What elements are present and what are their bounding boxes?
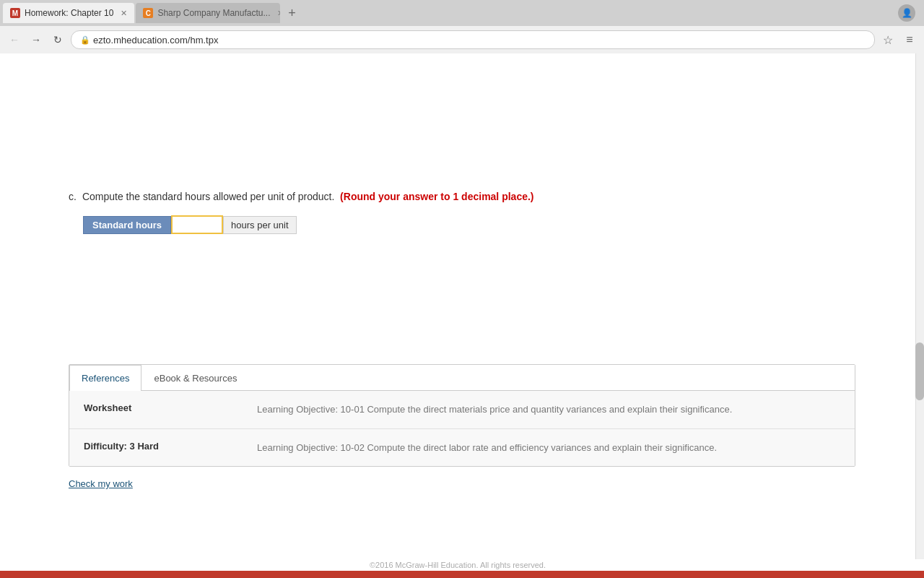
tab-sharp[interactable]: C Sharp Company Manufactu... ✕ — [136, 3, 280, 23]
user-icon: 👤 — [898, 4, 915, 22]
new-tab-button[interactable]: + — [282, 3, 302, 23]
standard-hours-label: Standard hours — [83, 216, 171, 234]
lock-icon: 🔒 — [80, 35, 90, 45]
question-text: Compute the standard hours allowed per u… — [82, 191, 534, 202]
question-label: c. Compute the standard hours allowed pe… — [69, 191, 855, 202]
address-bar: ← → ↻ 🔒 ezto.mheducation.com/hm.tpx ☆ ≡ — [0, 26, 924, 53]
tab-ebook[interactable]: eBook & Resources — [141, 365, 249, 391]
address-field[interactable]: 🔒 ezto.mheducation.com/hm.tpx — [71, 30, 875, 49]
tab1-label: Homework: Chapter 10 — [25, 8, 113, 18]
url-text: ezto.mheducation.com/hm.tpx — [93, 35, 218, 46]
menu-button[interactable]: ≡ — [901, 31, 918, 48]
scrollbar-thumb[interactable] — [915, 342, 924, 400]
ref-desc-difficulty: Learning Objective: 10-02 Compute the di… — [243, 428, 855, 466]
reload-button[interactable]: ↻ — [49, 31, 66, 48]
question-letter: c. — [69, 191, 77, 202]
page-content: c. Compute the standard hours allowed pe… — [0, 53, 924, 559]
check-my-work-link[interactable]: Check my work — [69, 478, 133, 489]
ref-name-worksheet: Worksheet — [69, 391, 243, 428]
standard-hours-input[interactable] — [171, 215, 223, 234]
tab1-close[interactable]: ✕ — [121, 9, 127, 18]
tab1-favicon: M — [10, 8, 20, 18]
tab-references[interactable]: References — [69, 365, 141, 391]
references-section: References eBook & Resources Worksheet L… — [69, 364, 855, 467]
table-row: Difficulty: 3 Hard Learning Objective: 1… — [69, 428, 855, 466]
ref-name-difficulty: Difficulty: 3 Hard — [69, 428, 243, 466]
tab2-favicon: C — [143, 8, 153, 18]
references-tab-nav: References eBook & Resources — [69, 365, 855, 391]
references-table: Worksheet Learning Objective: 10-01 Comp… — [69, 391, 855, 466]
question-c: c. Compute the standard hours allowed pe… — [69, 191, 855, 234]
tab2-label: Sharp Company Manufactu... — [157, 8, 270, 18]
question-hint: (Round your answer to 1 decimal place.) — [340, 191, 533, 202]
tab-bar: M Homework: Chapter 10 ✕ C Sharp Company… — [0, 0, 924, 26]
ref-desc-worksheet: Learning Objective: 10-01 Compute the di… — [243, 391, 855, 428]
forward-button[interactable]: → — [27, 31, 45, 48]
unit-label: hours per unit — [223, 216, 297, 234]
input-row: Standard hours hours per unit — [83, 215, 855, 234]
back-button[interactable]: ← — [6, 31, 23, 48]
table-row: Worksheet Learning Objective: 10-01 Comp… — [69, 391, 855, 428]
tab2-close[interactable]: ✕ — [277, 9, 280, 18]
bookmark-button[interactable]: ☆ — [879, 31, 897, 48]
scrollbar[interactable] — [915, 53, 924, 559]
tab-homework[interactable]: M Homework: Chapter 10 ✕ — [3, 3, 134, 23]
